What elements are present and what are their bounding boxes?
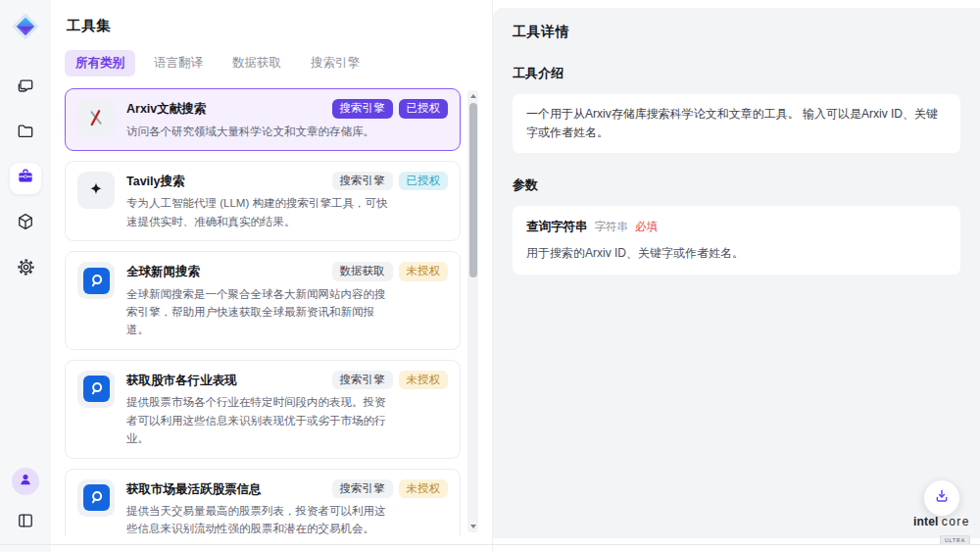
tool-description: 提供当天交易量最高的股票列表，投资者可以利用这些信息来识别流动性强的股票和潜在的… xyxy=(126,502,389,536)
tool-category-badge: 搜索引擎 xyxy=(332,172,393,191)
scrollbar-track[interactable] xyxy=(467,90,478,532)
tool-card[interactable]: 获取股市各行业表现 搜索引擎 未授权 提供股票市场各个行业在特定时间段内的表现。… xyxy=(65,360,461,459)
arxiv-tool-icon xyxy=(77,99,115,136)
tool-description: 全球新闻搜索是一个聚合全球各大新闻网站内容的搜索引擎，帮助用户快速获取全球最新资… xyxy=(126,285,389,339)
tool-category-badge: 搜索引擎 xyxy=(332,479,393,499)
parameter-required-flag: 必填 xyxy=(635,220,658,234)
details-title: 工具详情 xyxy=(513,24,960,41)
scroll-up-icon[interactable] xyxy=(470,94,476,98)
tool-card[interactable]: 获取市场最活跃股票信息 搜索引擎 未授权 提供当天交易量最高的股票列表，投资者可… xyxy=(65,469,461,536)
tool-category-badge: 数据获取 xyxy=(332,262,393,281)
parameter-type: 字符串 xyxy=(595,220,629,234)
sidebar-item-chat[interactable] xyxy=(10,73,41,104)
folder-icon xyxy=(16,122,35,145)
tab-0[interactable]: 所有类别 xyxy=(65,50,135,76)
tool-auth-badge: 未授权 xyxy=(399,262,449,281)
tab-1[interactable]: 语言翻译 xyxy=(143,50,214,76)
tool-card[interactable]: Arxiv文献搜索 搜索引擎 已授权 访问各个研究领域大量科学论文和文章的存储库… xyxy=(65,88,461,151)
tool-description: 提供股票市场各个行业在特定时间段内的表现。投资者可以利用这些信息来识别表现优于或… xyxy=(126,393,389,447)
sidebar-bottom xyxy=(10,468,41,538)
tool-auth-badge: 已授权 xyxy=(399,99,449,119)
tool-intro-text: 一个用于从Arxiv存储库搜索科学论文和文章的工具。 输入可以是Arxiv ID… xyxy=(513,94,960,153)
params-heading: 参数 xyxy=(513,176,960,194)
toolset-panel: 工具集 所有类别语言翻译数据获取搜索引擎 Arxiv文献搜索 搜索引擎 已授权 … xyxy=(51,0,493,552)
intel-core-logo: intelcore ULTRA xyxy=(906,515,970,546)
parameter-card: 查询字符串 字符串 必填 用于搜索的Arxiv ID、关键字或作者姓名。 xyxy=(513,206,960,275)
app-logo-icon xyxy=(9,10,42,43)
sidebar-nav xyxy=(10,73,41,284)
brand-primary: intel xyxy=(913,515,939,528)
toolset-title: 工具集 xyxy=(67,17,478,35)
tool-list: Arxiv文献搜索 搜索引擎 已授权 访问各个研究领域大量科学论文和文章的存储库… xyxy=(65,88,478,536)
tool-name: 获取市场最活跃股票信息 xyxy=(126,479,262,498)
cube-icon xyxy=(16,212,35,235)
sidebar-item-cube[interactable] xyxy=(10,208,41,239)
user-icon xyxy=(18,472,33,491)
tool-auth-badge: 已授权 xyxy=(399,172,449,191)
tool-name: 全球新闻搜索 xyxy=(126,262,200,280)
sidebar-item-settings[interactable] xyxy=(10,253,41,284)
sidebar-item-folder[interactable] xyxy=(10,118,41,149)
parameter-name: 查询字符串 xyxy=(526,219,588,235)
category-tabs: 所有类别语言翻译数据获取搜索引擎 xyxy=(65,50,478,76)
params-list: 查询字符串 字符串 必填 用于搜索的Arxiv ID、关键字或作者姓名。 xyxy=(513,206,960,275)
qblue-tool-icon xyxy=(77,262,115,299)
tool-category-badge: 搜索引擎 xyxy=(332,371,393,390)
parameter-description: 用于搜索的Arxiv ID、关键字或作者姓名。 xyxy=(526,244,947,262)
user-avatar[interactable] xyxy=(12,468,39,495)
scrollbar-thumb[interactable] xyxy=(469,103,477,277)
sidebar-item-panel[interactable] xyxy=(10,507,41,538)
tab-3[interactable]: 搜索引擎 xyxy=(300,50,370,76)
scroll-down-icon[interactable] xyxy=(470,525,476,528)
tool-card[interactable]: 全球新闻搜索 数据获取 未授权 全球新闻搜索是一个聚合全球各大新闻网站内容的搜索… xyxy=(65,251,461,350)
intro-heading: 工具介绍 xyxy=(513,65,960,82)
tool-cards: Arxiv文献搜索 搜索引擎 已授权 访问各个研究领域大量科学论文和文章的存储库… xyxy=(65,88,461,536)
brand-secondary: core xyxy=(942,515,970,528)
tool-name: Tavily搜索 xyxy=(126,172,185,190)
sidebar-item-toolbox[interactable] xyxy=(10,163,41,194)
download-button[interactable] xyxy=(924,480,959,516)
chat-icon xyxy=(16,76,35,100)
tool-auth-badge: 未授权 xyxy=(399,371,449,390)
tool-auth-badge: 未授权 xyxy=(399,479,449,499)
panel-icon xyxy=(16,511,35,534)
tool-details-panel: 工具详情 工具介绍 一个用于从Arxiv存储库搜索科学论文和文章的工具。 输入可… xyxy=(493,8,980,538)
settings-icon xyxy=(16,257,36,281)
tool-name: 获取股市各行业表现 xyxy=(126,371,237,389)
tool-description: 访问各个研究领域大量科学论文和文章的存储库。 xyxy=(126,123,389,140)
tab-2[interactable]: 数据获取 xyxy=(221,50,292,76)
download-icon xyxy=(933,487,951,509)
tool-description: 专为人工智能代理 (LLM) 构建的搜索引擎工具，可快速提供实时、准确和真实的结… xyxy=(126,194,389,230)
tool-card[interactable]: Tavily搜索 搜索引擎 已授权 专为人工智能代理 (LLM) 构建的搜索引擎… xyxy=(65,161,461,241)
tool-name: Arxiv文献搜索 xyxy=(126,99,206,118)
star-tool-icon xyxy=(77,172,115,209)
tool-category-badge: 搜索引擎 xyxy=(332,99,393,119)
toolbox-icon xyxy=(16,167,35,190)
qblue-tool-icon xyxy=(77,479,115,517)
window-bottom-edge xyxy=(0,544,980,545)
qblue-tool-icon xyxy=(77,371,115,408)
app-window: 工具集 所有类别语言翻译数据获取搜索引擎 Arxiv文献搜索 搜索引擎 已授权 … xyxy=(0,0,980,552)
sidebar xyxy=(0,0,51,552)
